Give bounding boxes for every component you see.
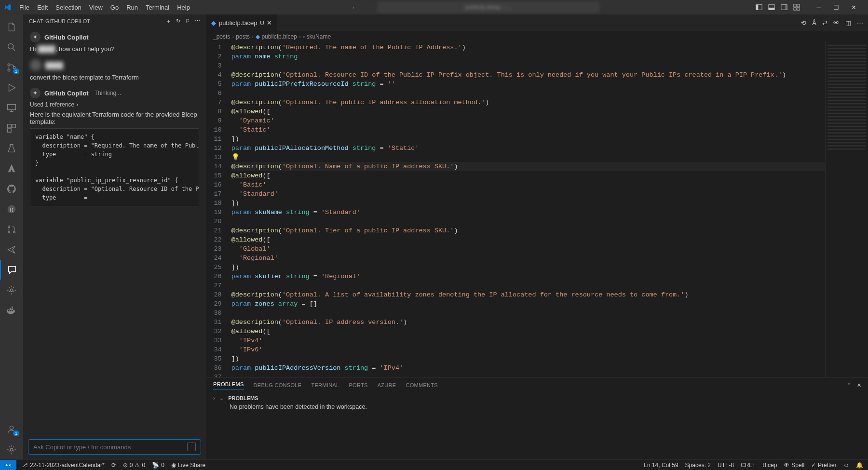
code-editor[interactable]: 1234567891011121314151617181920212223242… bbox=[206, 42, 868, 377]
svg-point-11 bbox=[8, 64, 10, 66]
expand-icon[interactable]: ⌄ bbox=[219, 394, 224, 402]
nav-back-icon[interactable]: ← bbox=[350, 2, 360, 13]
menu-file[interactable]: File bbox=[15, 2, 33, 13]
prettier-indicator[interactable]: ✓ Prettier bbox=[811, 462, 837, 469]
statusbar-left: ⎇ 22-11-2023-adventCalendar* ⟳ ⊘ 0 ⚠ 0 📡… bbox=[16, 462, 210, 469]
tab-close-icon[interactable]: ✕ bbox=[267, 19, 272, 27]
more-actions-icon[interactable]: ⋯ bbox=[857, 19, 863, 27]
branch-indicator[interactable]: ⎇ 22-11-2023-adventCalendar* bbox=[21, 462, 105, 469]
menu-selection[interactable]: Selection bbox=[52, 2, 85, 13]
test-icon[interactable] bbox=[0, 139, 23, 158]
json-icon[interactable]: { } bbox=[0, 200, 23, 219]
command-center[interactable]: publicIp.bicep – ... bbox=[378, 2, 599, 13]
menu-run[interactable]: Run bbox=[122, 2, 142, 13]
breadcrumb-segment[interactable]: ▫ skuName bbox=[303, 33, 331, 40]
history-icon[interactable]: ↻ bbox=[176, 18, 180, 25]
tab-publicip[interactable]: ◆ publicIp.bicep U ✕ bbox=[206, 14, 277, 31]
liveshare-indicator[interactable]: ◉ Live Share bbox=[171, 462, 205, 469]
account-icon[interactable]: 1 bbox=[0, 420, 23, 439]
feedback-icon[interactable]: ⚐ bbox=[185, 18, 190, 25]
panel-tab-problems[interactable]: PROBLEMS bbox=[213, 381, 244, 389]
remote-explorer-icon[interactable] bbox=[0, 98, 23, 118]
chat-body: ✦ GitHub Copilot Hi ████, how can I help… bbox=[23, 28, 206, 434]
spell-indicator[interactable]: 👁 Spell bbox=[784, 462, 804, 469]
run-debug-icon[interactable] bbox=[0, 78, 23, 97]
menubar: FileEditSelectionViewGoRunTerminalHelp bbox=[15, 2, 194, 13]
new-chat-icon[interactable]: ＋ bbox=[166, 18, 171, 25]
azure-icon[interactable] bbox=[0, 159, 23, 178]
layout-bottom-icon[interactable] bbox=[768, 3, 775, 11]
stop-icon[interactable] bbox=[187, 443, 196, 451]
manage-icon[interactable] bbox=[0, 440, 23, 459]
pull-request-icon[interactable] bbox=[0, 220, 23, 239]
notifications-icon[interactable]: 🔔 bbox=[856, 462, 863, 469]
chat-title: CHAT: GITHUB COPILOT bbox=[29, 18, 90, 24]
svg-rect-7 bbox=[797, 4, 800, 7]
github-icon[interactable] bbox=[0, 179, 23, 199]
nav-forward-icon[interactable]: → bbox=[364, 2, 374, 13]
source-control-icon[interactable]: 1 bbox=[0, 58, 23, 77]
tab-dirty-indicator: U bbox=[260, 20, 264, 26]
spaces-indicator[interactable]: Spaces: 2 bbox=[685, 462, 711, 469]
layout-right-icon[interactable] bbox=[780, 3, 788, 11]
response-code-block: variable "name" { description = "Require… bbox=[30, 128, 199, 206]
menu-help[interactable]: Help bbox=[173, 2, 194, 13]
breadcrumb-segment[interactable]: posts bbox=[236, 33, 250, 40]
problems-indicator[interactable]: ⊘ 0 ⚠ 0 bbox=[123, 462, 145, 469]
code-content[interactable]: @description('Required. The name of the … bbox=[229, 42, 825, 377]
response-intro: Here is the equivalent Terraform code fo… bbox=[30, 111, 199, 125]
menu-edit[interactable]: Edit bbox=[33, 2, 52, 13]
bot-name-label: GitHub Copilot bbox=[44, 34, 89, 41]
svg-point-22 bbox=[14, 231, 15, 233]
share-icon[interactable] bbox=[0, 240, 23, 259]
minimap[interactable] bbox=[825, 42, 868, 377]
cursor-position[interactable]: Ln 14, Col 59 bbox=[644, 462, 678, 469]
main-area: 1 { } 1 CHAT: GITHUB COPILOT ＋ ↻ ⚐ ⋯ bbox=[0, 14, 868, 459]
compare-icon[interactable]: ⟲ bbox=[801, 19, 806, 27]
layout-customize-icon[interactable] bbox=[793, 3, 800, 11]
breadcrumb-segment[interactable]: _posts bbox=[213, 33, 230, 40]
search-icon[interactable] bbox=[0, 38, 23, 57]
minimize-button[interactable]: ─ bbox=[810, 0, 827, 14]
breadcrumb-segment[interactable]: ◆ publicIp.bicep bbox=[256, 33, 297, 40]
chat-header-actions: ＋ ↻ ⚐ ⋯ bbox=[166, 18, 200, 25]
settings-gear-icon[interactable] bbox=[0, 281, 23, 300]
ports-indicator[interactable]: 📡 0 bbox=[152, 462, 164, 469]
close-window-button[interactable]: ✕ bbox=[845, 0, 862, 14]
chat-input[interactable] bbox=[33, 443, 187, 451]
panel-tab-comments[interactable]: COMMENTS bbox=[406, 382, 438, 388]
find-icon[interactable]: Å bbox=[812, 19, 816, 27]
remote-indicator[interactable] bbox=[0, 460, 16, 470]
extensions-icon[interactable] bbox=[0, 119, 23, 138]
chat-icon[interactable] bbox=[0, 260, 23, 280]
diff-icon[interactable]: ⇄ bbox=[822, 19, 827, 27]
explorer-icon[interactable] bbox=[0, 17, 23, 37]
panel-maximize-icon[interactable]: ⌃ bbox=[847, 382, 851, 389]
panel-tab-debug-console[interactable]: DEBUG CONSOLE bbox=[254, 382, 302, 388]
bicep-file-icon: ◆ bbox=[211, 19, 216, 27]
collapse-icon[interactable]: › bbox=[213, 395, 215, 402]
encoding-indicator[interactable]: UTF-8 bbox=[718, 462, 734, 469]
feedback-icon[interactable]: ☺ bbox=[843, 462, 849, 469]
more-icon[interactable]: ⋯ bbox=[195, 18, 200, 25]
preview-icon[interactable]: 👁 bbox=[833, 19, 840, 27]
split-icon[interactable]: ◫ bbox=[845, 19, 851, 27]
language-indicator[interactable]: Bicep bbox=[762, 462, 777, 469]
panel-close-icon[interactable]: ✕ bbox=[857, 382, 861, 389]
panel-tab-ports[interactable]: PORTS bbox=[349, 382, 367, 388]
bottom-panel: PROBLEMSDEBUG CONSOLETERMINALPORTSAZUREC… bbox=[206, 377, 868, 459]
menu-terminal[interactable]: Terminal bbox=[142, 2, 173, 13]
sync-icon[interactable]: ⟳ bbox=[111, 462, 116, 469]
panel-tab-terminal[interactable]: TERMINAL bbox=[311, 382, 339, 388]
eol-indicator[interactable]: CRLF bbox=[741, 462, 756, 469]
layout-left-icon[interactable] bbox=[755, 3, 763, 11]
breadcrumbs[interactable]: _posts › posts › ◆ publicIp.bicep › ▫ sk… bbox=[206, 31, 868, 42]
panel-tab-azure[interactable]: AZURE bbox=[378, 382, 396, 388]
menu-view[interactable]: View bbox=[85, 2, 107, 13]
statusbar: ⎇ 22-11-2023-adventCalendar* ⟳ ⊘ 0 ⚠ 0 📡… bbox=[0, 459, 868, 470]
menu-go[interactable]: Go bbox=[107, 2, 122, 13]
panel-section-title: PROBLEMS bbox=[228, 395, 258, 401]
maximize-button[interactable]: ☐ bbox=[827, 0, 845, 14]
docker-icon[interactable] bbox=[0, 301, 23, 320]
used-reference-toggle[interactable]: Used 1 reference› bbox=[30, 101, 199, 108]
